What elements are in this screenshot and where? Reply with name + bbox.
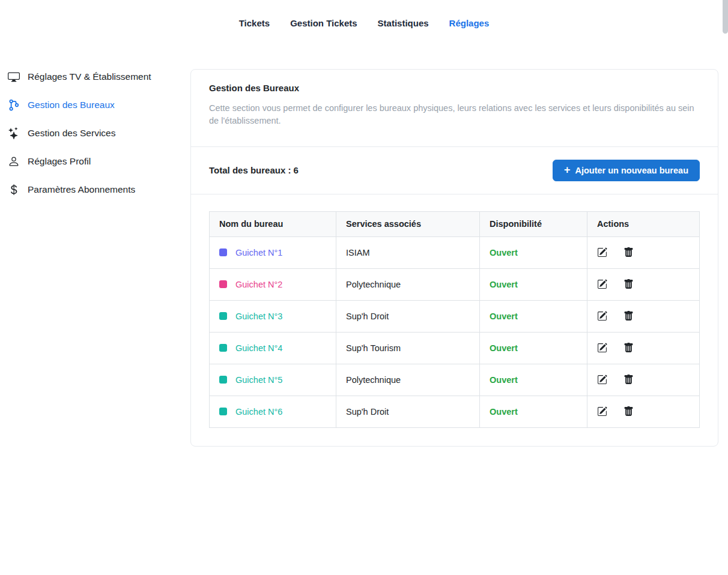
- top-navigation: Tickets Gestion Tickets Statistiques Rég…: [0, 0, 728, 28]
- bureau-color-dot: [219, 376, 227, 384]
- bureau-service: ISIAM: [336, 236, 480, 268]
- person-icon: [7, 155, 20, 167]
- bureau-name-link[interactable]: Guichet N°5: [235, 375, 282, 385]
- column-header-services: Services associés: [336, 211, 480, 236]
- sidebar-item-parametres-abonnements[interactable]: Paramètres Abonnements: [7, 175, 185, 203]
- sidebar-item-label: Paramètres Abonnements: [28, 184, 135, 195]
- tab-gestion-tickets[interactable]: Gestion Tickets: [290, 18, 357, 28]
- bureau-name-link[interactable]: Guichet N°2: [235, 280, 282, 289]
- delete-button[interactable]: [623, 372, 640, 387]
- bureau-color-dot: [219, 312, 227, 320]
- table-row: Guichet N°6 Sup'h Droit Ouvert: [210, 396, 700, 427]
- bureau-name-link[interactable]: Guichet N°4: [235, 343, 282, 353]
- sidebar-item-label: Réglages Profil: [28, 156, 91, 167]
- total-bureaux-label: Total des bureaux : 6: [209, 165, 299, 175]
- bureau-color-dot: [219, 344, 227, 352]
- edit-button[interactable]: [597, 340, 614, 355]
- availability-status: Ouvert: [480, 300, 587, 332]
- settings-sidebar: Réglages TV & Établissement Gestion des …: [7, 62, 185, 203]
- delete-button[interactable]: [623, 245, 640, 260]
- column-header-disponibilite: Disponibilité: [480, 211, 587, 236]
- dollar-icon: [7, 183, 20, 196]
- sidebar-item-reglages-tv[interactable]: Réglages TV & Établissement: [7, 62, 185, 91]
- availability-status: Ouvert: [480, 396, 587, 427]
- delete-button[interactable]: [623, 404, 640, 419]
- sidebar-item-gestion-bureaux[interactable]: Gestion des Bureaux: [7, 91, 185, 119]
- edit-button[interactable]: [597, 277, 614, 292]
- bureau-name-link[interactable]: Guichet N°1: [235, 248, 282, 257]
- monitor-icon: [7, 70, 20, 83]
- bureaux-table: Nom du bureau Services associés Disponib…: [209, 211, 700, 428]
- table-row: Guichet N°1 ISIAM Ouvert: [210, 236, 700, 268]
- tab-reglages[interactable]: Réglages: [449, 18, 490, 28]
- sidebar-item-label: Gestion des Services: [28, 128, 115, 139]
- availability-status: Ouvert: [480, 268, 587, 300]
- availability-status: Ouvert: [480, 332, 587, 364]
- bureau-color-dot: [219, 280, 227, 288]
- card-title: Gestion des Bureaux: [209, 83, 700, 93]
- card-header: Gestion des Bureaux Cette section vous p…: [191, 70, 718, 147]
- add-bureau-button[interactable]: + Ajouter un nouveau bureau: [553, 160, 700, 181]
- add-bureau-button-label: Ajouter un nouveau bureau: [575, 166, 688, 175]
- bureau-name-link[interactable]: Guichet N°6: [235, 407, 282, 417]
- summary-bar: Total des bureaux : 6 + Ajouter un nouve…: [191, 147, 718, 194]
- table-body: Guichet N°1 ISIAM Ouvert Guichet N°2 Pol…: [210, 236, 700, 427]
- plus-icon: +: [564, 164, 571, 175]
- column-header-nom: Nom du bureau: [210, 211, 336, 236]
- delete-button[interactable]: [623, 277, 640, 292]
- edit-button[interactable]: [597, 245, 614, 260]
- availability-status: Ouvert: [480, 364, 587, 396]
- table-row: Guichet N°2 Polytechnique Ouvert: [210, 268, 700, 300]
- edit-button[interactable]: [597, 309, 614, 324]
- delete-button[interactable]: [623, 340, 640, 355]
- bureau-service: Sup'h Tourism: [336, 332, 480, 364]
- bureau-service: Sup'h Droit: [336, 396, 480, 427]
- sidebar-item-label: Réglages TV & Établissement: [28, 71, 151, 82]
- table-row: Guichet N°5 Polytechnique Ouvert: [210, 364, 700, 396]
- bureau-service: Polytechnique: [336, 268, 480, 300]
- availability-status: Ouvert: [480, 236, 587, 268]
- bureau-color-dot: [219, 408, 227, 415]
- tab-tickets[interactable]: Tickets: [239, 18, 270, 28]
- bureau-service: Polytechnique: [336, 364, 480, 396]
- bureau-name-link[interactable]: Guichet N°3: [235, 312, 282, 321]
- card-subtitle: Cette section vous permet de configurer …: [209, 102, 700, 128]
- edit-button[interactable]: [597, 404, 614, 419]
- table-row: Guichet N°3 Sup'h Droit Ouvert: [210, 300, 700, 332]
- edit-button[interactable]: [597, 372, 614, 387]
- column-header-actions: Actions: [587, 211, 700, 236]
- bureaux-table-section: Nom du bureau Services associés Disponib…: [191, 194, 718, 446]
- bureau-color-dot: [219, 248, 227, 256]
- sparkles-icon: [7, 127, 20, 139]
- delete-button[interactable]: [623, 309, 640, 324]
- table-row: Guichet N°4 Sup'h Tourism Ouvert: [210, 332, 700, 364]
- bureau-service: Sup'h Droit: [336, 300, 480, 332]
- tab-statistiques[interactable]: Statistiques: [378, 18, 429, 28]
- sidebar-item-gestion-services[interactable]: Gestion des Services: [7, 119, 185, 147]
- page-scrollbar-thumb[interactable]: [723, 0, 728, 34]
- workflow-icon: [7, 98, 20, 111]
- table-header-row: Nom du bureau Services associés Disponib…: [210, 211, 700, 236]
- bureaux-settings-card: Gestion des Bureaux Cette section vous p…: [190, 69, 718, 447]
- sidebar-item-reglages-profil[interactable]: Réglages Profil: [7, 147, 185, 175]
- sidebar-item-label: Gestion des Bureaux: [28, 100, 115, 110]
